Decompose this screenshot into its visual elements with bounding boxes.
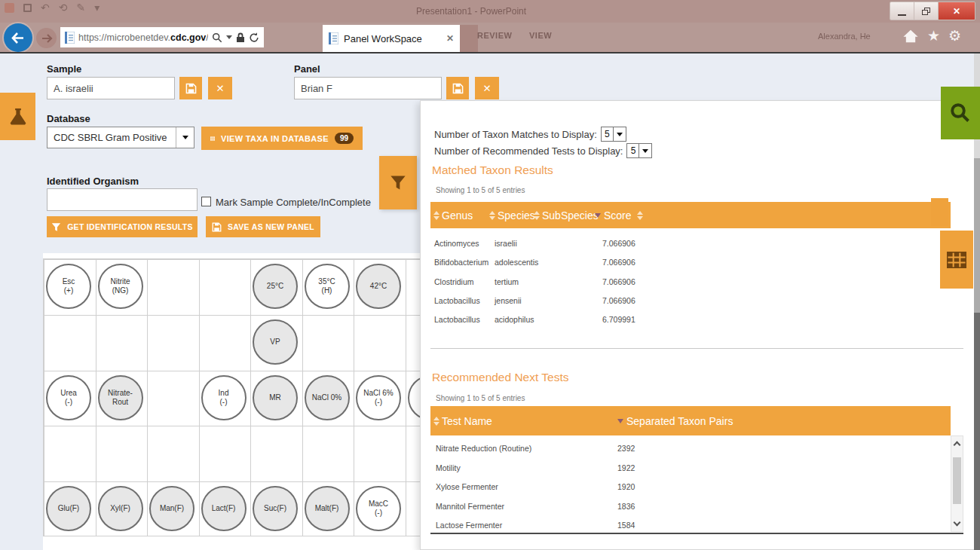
search-dock-button[interactable]	[941, 87, 980, 139]
table-row[interactable]: Lactobacillusjensenii7.066906	[430, 296, 951, 308]
table-row[interactable]: Nitrate Reduction (Routine)2392	[430, 444, 951, 456]
table-row[interactable]: Motility1922	[430, 463, 951, 475]
sort-icon[interactable]	[433, 417, 439, 426]
recommended-tests-select[interactable]: 5	[626, 143, 652, 158]
test-well[interactable]: Malt(F)	[305, 486, 350, 531]
test-well[interactable]: Ind(-)	[201, 375, 247, 420]
test-well[interactable]: Esc(+)	[46, 264, 91, 309]
search-icon	[949, 102, 972, 124]
test-well[interactable]: NaCl 6%(-)	[356, 375, 401, 420]
test-well[interactable]: 35°C(H)	[305, 264, 350, 309]
test-well[interactable]: Suc(F)	[253, 486, 298, 531]
test-well[interactable]: Urea(-)	[46, 375, 91, 420]
sort-icon[interactable]	[433, 211, 439, 220]
table-row[interactable]: Lactose Fermenter1584	[430, 521, 951, 533]
table-grid-icon	[947, 252, 966, 268]
screen: ↶ ⟲ ✎ ▾ Presentation1 - PowerPoint ✕ htt…	[0, 0, 980, 550]
test-well[interactable]: Nitrate-Rout	[98, 375, 143, 420]
scroll-down-icon[interactable]	[954, 519, 961, 527]
column-score[interactable]: Score	[604, 209, 632, 222]
sort-desc-icon[interactable]	[617, 419, 623, 423]
recommended-tests-filter: Number of Recommended Tests to Display: …	[434, 143, 652, 158]
taxa-table-dock-button[interactable]	[940, 231, 973, 289]
results-panel: Number of Taxon Matches to Display: 5 Nu…	[420, 100, 975, 550]
test-well[interactable]: Glu(F)	[46, 486, 91, 531]
taxon-matches-label: Number of Taxon Matches to Display:	[434, 129, 597, 140]
chevron-down-icon[interactable]	[613, 127, 626, 141]
recommended-table-header: Test Name Separated Taxon Pairs	[430, 406, 951, 435]
test-well[interactable]: 25°C	[253, 264, 298, 309]
table-row[interactable]: Actinomycesisraelii7.066906	[430, 239, 951, 251]
table-scrollbar[interactable]	[951, 435, 963, 532]
test-well[interactable]: MacC(-)	[356, 486, 401, 531]
matched-table-header: Genus Species SubSpecies Score	[430, 202, 951, 228]
taxon-matches-filter: Number of Taxon Matches to Display: 5	[434, 127, 626, 142]
window-scrollbar-thumb[interactable]	[974, 313, 980, 550]
matched-taxon-heading: Matched Taxon Results	[432, 163, 553, 177]
hidden-dock-button[interactable]	[931, 198, 948, 226]
scrollbar-thumb[interactable]	[953, 457, 961, 504]
sort-icon[interactable]	[489, 211, 495, 220]
column-species[interactable]: Species	[498, 209, 535, 222]
column-genus[interactable]: Genus	[442, 209, 473, 222]
recommended-tests-label: Number of Recommended Tests to Display:	[434, 145, 623, 157]
table-row[interactable]: Lactobacillusacidophilus6.709991	[430, 315, 951, 327]
scroll-up-icon[interactable]	[954, 442, 961, 449]
column-test-name[interactable]: Test Name	[442, 415, 492, 427]
column-subspecies[interactable]: SubSpecies	[542, 209, 599, 222]
test-well[interactable]: Xyl(F)	[98, 486, 143, 531]
taxon-matches-select[interactable]: 5	[601, 127, 626, 142]
table-row[interactable]: Xylose Fermenter1920	[430, 482, 951, 494]
test-well[interactable]: 42°C	[356, 264, 401, 309]
chevron-down-icon[interactable]	[639, 144, 651, 157]
test-well[interactable]: Man(F)	[149, 486, 194, 531]
table-row[interactable]: Clostridiumtertium7.066906	[430, 277, 951, 289]
matched-showing-text: Showing 1 to 5 of 5 entries	[436, 186, 525, 194]
column-separated-taxon-pairs[interactable]: Separated Taxon Pairs	[626, 415, 733, 427]
recommended-tests-heading: Recommended Next Tests	[432, 371, 569, 384]
section-divider	[430, 348, 963, 349]
sort-icon[interactable]	[534, 211, 540, 220]
sort-icon[interactable]	[637, 211, 643, 220]
window-scrollbar-track[interactable]	[974, 158, 980, 313]
test-well[interactable]: VP	[253, 319, 298, 365]
sort-desc-icon[interactable]	[595, 213, 601, 218]
test-well[interactable]: Nitrite(NG)	[98, 264, 143, 309]
table-row[interactable]: Bifidobacteriumadolescentis7.066906	[430, 258, 951, 270]
test-well[interactable]: MR	[253, 375, 298, 420]
recommended-showing-text: Showing 1 to 5 of 5 entries	[436, 394, 525, 402]
table-row[interactable]: Mannitol Fermenter1836	[430, 502, 951, 514]
table-bottom-border	[430, 533, 963, 534]
test-well[interactable]: NaCl 0%	[305, 375, 350, 420]
test-well[interactable]: Lact(F)	[201, 486, 247, 531]
